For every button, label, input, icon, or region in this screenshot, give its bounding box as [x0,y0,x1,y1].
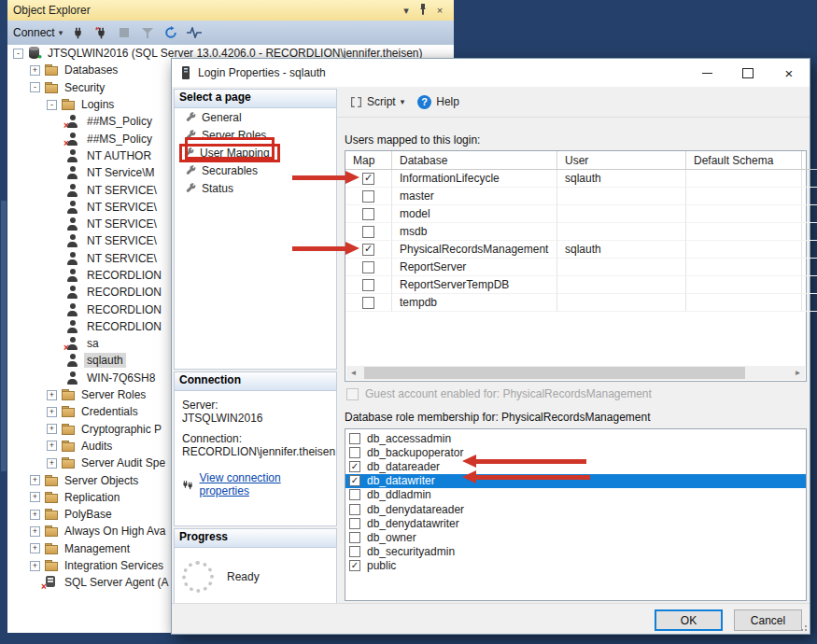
column-header-map[interactable]: Map [345,151,392,170]
help-button[interactable]: ? Help [414,92,463,112]
pin-icon[interactable] [415,4,431,17]
page-item-label: Status [202,182,233,195]
role-checkbox[interactable] [349,461,360,472]
role-checkbox[interactable] [349,504,360,515]
tree-item-icon: × [66,133,81,146]
window-edge-scroll-thumb[interactable] [1,201,7,471]
user-mapping-row[interactable]: tempdb [345,294,806,312]
user-mapping-row[interactable]: ReportServer [345,259,806,276]
scroll-right-icon[interactable]: ► [791,366,805,380]
role-checkbox[interactable] [349,546,360,557]
user-cell[interactable]: sqlauth [557,241,686,259]
role-checkbox[interactable] [349,532,360,543]
user-cell[interactable] [557,294,686,312]
role-item[interactable]: db_accessadmin [345,431,806,445]
role-item[interactable]: db_ddladmin [345,488,806,502]
map-checkbox[interactable] [362,244,374,256]
page-item[interactable]: Status [175,179,336,197]
tree-expander[interactable]: + [47,458,57,469]
tree-expander[interactable]: - [30,82,40,92]
tree-expander[interactable]: + [30,526,40,537]
role-checkbox[interactable] [349,433,360,444]
refresh-icon[interactable] [162,24,179,41]
view-connection-properties-link[interactable]: View connection properties [200,471,329,497]
tree-expander[interactable]: + [30,65,40,76]
user-mapping-row[interactable]: ReportServerTempDB [345,276,806,294]
user-mapping-row[interactable]: PhysicalRecordsManagement sqlauth [345,241,806,259]
tree-expander[interactable]: + [47,424,57,434]
role-checkbox[interactable] [349,447,360,458]
user-mapping-row[interactable]: master [345,188,806,205]
map-checkbox[interactable] [362,173,374,185]
role-checkbox[interactable] [349,475,360,486]
role-item[interactable]: public [345,559,806,573]
tree-item-label: RECORDLION [84,319,164,334]
map-checkbox[interactable] [362,190,374,203]
tree-expander[interactable]: + [47,441,57,451]
column-header-default-schema[interactable]: Default Schema [686,151,802,170]
maximize-button[interactable] [727,59,768,87]
scrollbar-thumb[interactable] [364,367,745,379]
map-checkbox[interactable] [362,279,374,291]
filter-icon[interactable] [139,24,156,41]
minimize-button[interactable] [686,59,727,87]
close-icon[interactable]: × [431,5,448,16]
dialog-titlebar[interactable]: Login Properties - sqlauth × [172,59,810,87]
user-mapping-row[interactable]: msdb [345,223,806,241]
map-checkbox[interactable] [362,226,374,238]
column-header-user[interactable]: User [557,151,686,170]
default-schema-cell[interactable] [686,259,802,276]
column-header-database[interactable]: Database [392,151,557,170]
tree-expander[interactable]: + [30,543,40,553]
user-mapping-row[interactable]: model [345,205,806,223]
tree-expander[interactable]: - [13,49,23,59]
default-schema-cell[interactable] [686,241,802,259]
role-checkbox[interactable] [349,489,360,500]
user-cell[interactable] [557,223,686,241]
tree-expander[interactable]: + [30,510,40,520]
user-cell[interactable] [557,259,686,276]
user-cell[interactable] [557,276,686,294]
window-position-icon[interactable]: ▾ [398,5,415,17]
role-item[interactable]: db_securityadmin [345,545,806,559]
user-mapping-row[interactable]: InformationLifecycle sqlauth [345,170,806,188]
disconnect-icon[interactable]: × [92,24,109,41]
resize-grip[interactable] [798,623,808,632]
role-item[interactable]: db_denydatawriter [345,516,806,530]
default-schema-cell[interactable] [686,223,802,241]
cancel-button[interactable]: Cancel [734,609,802,631]
ok-button[interactable]: OK [655,609,723,631]
horizontal-scrollbar[interactable]: ◄ ► [346,366,805,380]
connect-button[interactable]: Connect ▾ [13,26,63,39]
tree-expander[interactable]: + [30,492,40,502]
page-item[interactable]: General [175,108,336,126]
role-item[interactable]: db_denydatareader [345,502,806,516]
stop-icon[interactable] [116,24,133,41]
default-schema-cell[interactable] [686,205,802,223]
tree-expander[interactable]: + [47,407,57,417]
role-checkbox[interactable] [349,518,360,529]
user-cell[interactable]: sqlauth [557,170,686,188]
map-checkbox[interactable] [362,208,374,220]
role-item[interactable]: db_owner [345,530,806,544]
tree-expander[interactable]: - [47,100,57,110]
script-button[interactable]: Script ▾ [346,92,408,111]
default-schema-cell[interactable] [686,294,802,312]
close-button[interactable]: × [768,59,810,87]
activity-monitor-icon[interactable] [186,24,203,41]
role-item[interactable]: db_backupoperator [345,445,806,459]
map-checkbox[interactable] [362,297,374,309]
tree-expander[interactable]: + [30,475,40,485]
user-cell[interactable] [557,205,686,223]
tree-expander[interactable]: + [47,390,57,400]
default-schema-cell[interactable] [686,170,802,188]
scroll-left-icon[interactable]: ◄ [346,366,360,380]
default-schema-cell[interactable] [686,276,802,294]
tree-item-label: NT SERVICE\ [84,183,160,198]
connect-object-icon[interactable] [69,24,86,41]
tree-expander[interactable]: + [30,561,40,571]
role-checkbox[interactable] [349,560,360,571]
default-schema-cell[interactable] [686,188,802,205]
map-checkbox[interactable] [362,261,374,273]
user-cell[interactable] [557,188,686,205]
